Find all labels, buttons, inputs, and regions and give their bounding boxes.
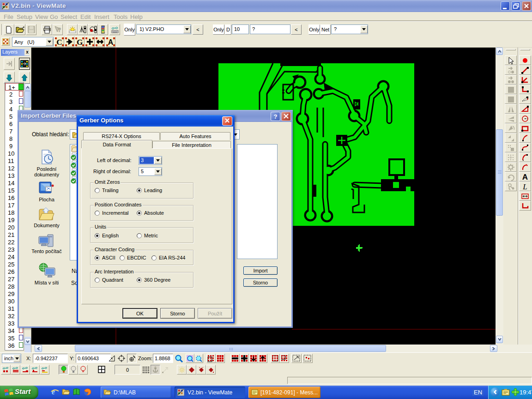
svg-text:C: C xyxy=(56,38,62,47)
svg-text:L: L xyxy=(522,182,527,191)
svg-text:G: G xyxy=(77,38,83,47)
svg-text:A: A xyxy=(108,38,114,46)
svg-text:A: A xyxy=(522,173,528,181)
svg-text:?: ? xyxy=(58,27,61,33)
svg-text:e: e xyxy=(52,388,55,396)
